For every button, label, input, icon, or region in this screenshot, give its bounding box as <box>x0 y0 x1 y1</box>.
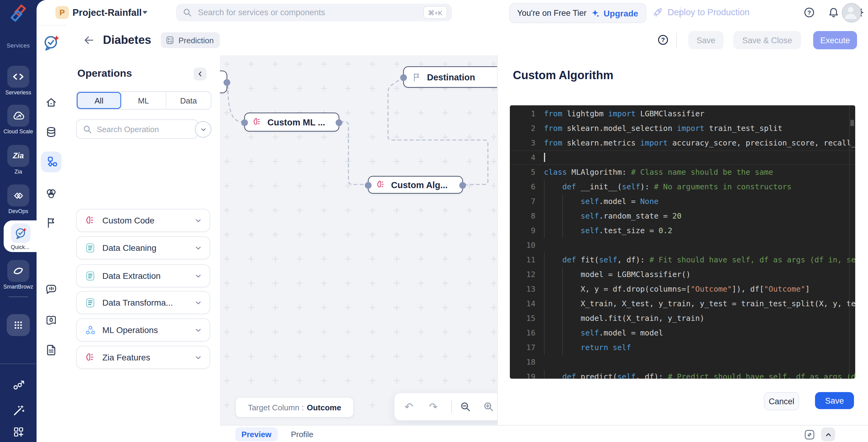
sidebar-item-devops[interactable] <box>7 185 29 207</box>
zia-logo-icon: Zia <box>13 152 24 160</box>
document-lines-icon <box>85 297 96 308</box>
node-custom-ml[interactable]: Custom ML ... <box>244 113 339 131</box>
code-line[interactable]: 5class MLAlgorithm: # Class name should … <box>510 165 855 180</box>
tab-profile[interactable]: Profile <box>284 428 320 441</box>
collapse-bottom-button[interactable] <box>821 428 835 441</box>
pipeline-canvas[interactable]: +++++++++++++ +++++++++++++ ++++++++++++… <box>220 55 497 425</box>
collapse-panel-button[interactable] <box>194 68 207 81</box>
chevron-down-icon[interactable] <box>143 11 147 14</box>
code-line[interactable]: 6def __init__(self): # No arguments in c… <box>510 180 855 194</box>
code-line[interactable]: 10 <box>510 238 855 253</box>
code-line[interactable]: 12model = LGBMClassifier() <box>510 267 855 282</box>
code-line[interactable]: 4 <box>510 150 855 165</box>
brain-icon <box>376 180 386 190</box>
node-custom-algorithm[interactable]: Custom Alg... <box>368 176 463 194</box>
project-name[interactable]: Project-Rainfall <box>72 7 142 18</box>
code-line[interactable]: 7self.model = None <box>510 194 855 209</box>
expand-all-button[interactable] <box>195 121 211 137</box>
layers-circles-icon[interactable] <box>44 187 58 200</box>
custom-algorithm-panel: Custom Algorithm 1from lightgbm import L… <box>497 55 868 425</box>
code-line[interactable]: 3from sklearn.metrics import accuracy_sc… <box>510 136 855 150</box>
sidebar-item-quickml[interactable]: Quick... <box>4 220 36 252</box>
input-port[interactable] <box>241 119 248 126</box>
zoom-in-icon[interactable] <box>482 401 494 413</box>
code-line[interactable]: 16self.model = model <box>510 326 855 340</box>
help-circle-icon[interactable]: ? <box>657 33 670 46</box>
tab-all[interactable]: All <box>77 92 121 109</box>
save-code-button[interactable]: Save <box>815 392 854 409</box>
code-line[interactable]: 19def predict(self, df): # Predict shoul… <box>510 370 855 379</box>
global-search-input[interactable]: Search for services or components ⌘+K <box>176 4 452 21</box>
code-line[interactable]: 15model.fit(X_train, y_train) <box>510 311 855 326</box>
code-line[interactable]: 17return self <box>510 340 855 355</box>
sidebar-item-zia[interactable]: Zia <box>7 145 29 167</box>
category-ml-operations[interactable]: ML Operations <box>76 318 210 342</box>
help-icon[interactable]: ? <box>803 6 816 19</box>
save-close-button[interactable]: Save & Close <box>733 31 801 49</box>
learn-book-icon[interactable] <box>44 314 58 327</box>
sidebar-item-smartbrowz[interactable] <box>7 260 29 282</box>
execute-button[interactable]: Execute <box>813 31 857 49</box>
category-data-transformation[interactable]: Data Transforma... <box>76 291 210 314</box>
notifications-bell-icon[interactable] <box>827 6 840 19</box>
upgrade-link[interactable]: Upgrade <box>603 8 638 18</box>
document-lines-icon <box>85 242 96 254</box>
expand-icon <box>803 428 815 440</box>
code-line[interactable]: 11def fit(self, df): # Fit should have s… <box>510 253 855 267</box>
code-line[interactable]: 2from sklearn.model_selection import tra… <box>510 121 855 136</box>
code-line[interactable]: 1from lightgbm import LGBMClassifier <box>510 106 855 121</box>
quickml-product-logo-icon[interactable] <box>42 33 60 52</box>
code-line[interactable]: 18 <box>510 355 855 370</box>
deploy-to-production-button[interactable]: Deploy to Production <box>652 7 749 18</box>
tab-data[interactable]: Data <box>166 92 211 109</box>
redo-icon[interactable]: ↷ <box>429 402 438 412</box>
code-line[interactable]: 14X_train, X_test, y_train, y_test = tra… <box>510 296 855 311</box>
catalyst-logo-icon[interactable] <box>7 3 30 24</box>
chevron-down-icon <box>194 244 202 252</box>
magic-wand-icon[interactable] <box>11 404 26 418</box>
scrollbar-thumb[interactable] <box>850 120 854 126</box>
top-navbar: P Project-Rainfall Search for services o… <box>36 0 868 26</box>
grid-plus-icon[interactable] <box>11 425 26 439</box>
free-tier-pill: You're on Free Tier Upgrade <box>509 3 646 23</box>
output-port[interactable] <box>459 182 466 189</box>
sidebar-item-serverless[interactable] <box>7 66 29 88</box>
node-destination[interactable]: Destination <box>403 66 497 88</box>
category-data-cleaning[interactable]: Data Cleaning <box>76 236 210 259</box>
zoom-out-icon[interactable] <box>459 401 471 413</box>
home-icon[interactable] <box>44 96 58 109</box>
category-data-extraction[interactable]: Data Extraction <box>76 264 210 287</box>
flag-icon[interactable] <box>44 216 58 229</box>
code-line[interactable]: 13X, y = df.drop(columns=["Outcome"]), d… <box>510 282 855 296</box>
database-icon[interactable] <box>44 125 58 139</box>
tab-preview[interactable]: Preview <box>235 428 278 441</box>
chat-feedback-icon[interactable] <box>44 283 58 296</box>
apps-grid-button[interactable] <box>7 314 30 336</box>
operation-search-input[interactable]: Search Operation <box>76 119 198 139</box>
input-port[interactable] <box>365 182 372 189</box>
category-zia-features[interactable]: Zia Features <box>76 346 210 369</box>
document-icon[interactable] <box>44 343 58 357</box>
cloud-icon <box>11 108 26 123</box>
save-button[interactable]: Save <box>688 31 724 49</box>
undo-icon[interactable]: ↶ <box>404 402 413 412</box>
operations-tabs: All ML Data <box>76 91 211 109</box>
rocket-icon <box>652 7 663 18</box>
code-line[interactable]: 8self.random_state = 20 <box>510 209 855 223</box>
output-port[interactable] <box>223 79 230 86</box>
target-column-value: Outcome <box>307 403 341 412</box>
input-port[interactable] <box>400 74 407 81</box>
category-custom-code[interactable]: Custom Code <box>76 209 210 232</box>
pipeline-icon-active[interactable] <box>41 152 62 172</box>
expand-panel-button[interactable] <box>803 428 816 441</box>
cancel-button[interactable]: Cancel <box>764 392 799 410</box>
flow-share-icon[interactable] <box>11 377 26 391</box>
back-arrow-icon[interactable] <box>83 34 95 46</box>
node-source[interactable] <box>220 71 227 93</box>
user-avatar[interactable] <box>842 3 861 23</box>
code-editor[interactable]: 1from lightgbm import LGBMClassifier2fro… <box>510 105 855 379</box>
code-line[interactable]: 9self.test_size = 0.2 <box>510 223 855 238</box>
tab-ml[interactable]: ML <box>121 92 166 109</box>
output-port[interactable] <box>336 119 342 126</box>
sidebar-item-cloud-scale[interactable] <box>7 105 29 127</box>
